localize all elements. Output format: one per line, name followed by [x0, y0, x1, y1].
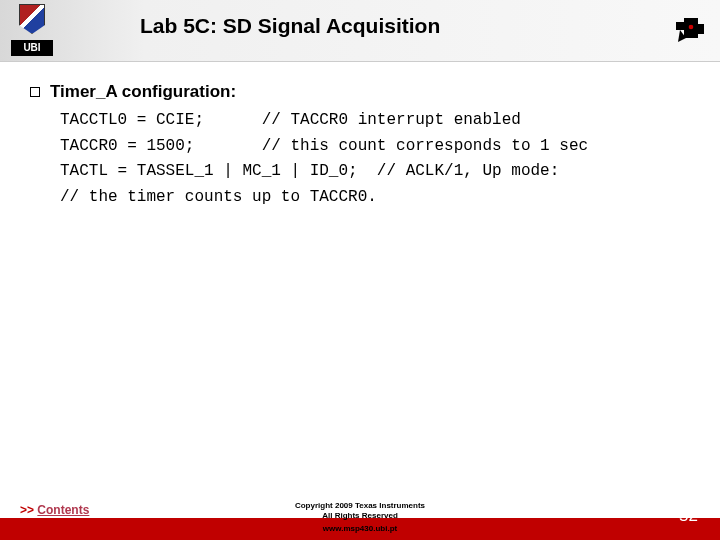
ubi-label: UBI — [11, 40, 53, 56]
slide-title: Lab 5C: SD Signal Acquisition — [140, 14, 440, 38]
texas-instruments-logo-icon — [672, 12, 712, 52]
arrows-icon: >> — [20, 503, 34, 517]
slide-content: Timer_A configuration: TACCTL0 = CCIE; /… — [0, 62, 720, 210]
contents-link-text[interactable]: Contents — [37, 503, 89, 517]
ubi-crest-icon — [13, 0, 51, 38]
copyright-line-1: Copyright 2009 Texas Instruments — [260, 501, 460, 511]
section-heading: Timer_A configuration: — [30, 82, 690, 102]
square-bullet-icon — [30, 87, 40, 97]
page-number: 52 — [679, 506, 698, 526]
section-heading-text: Timer_A configuration: — [50, 82, 236, 102]
copyright-line-2: All Rights Reserved — [260, 511, 460, 521]
svg-rect-2 — [694, 24, 704, 34]
slide-footer: >> Contents Copyright 2009 Texas Instrum… — [0, 495, 720, 540]
svg-point-3 — [689, 25, 694, 30]
slide-header: UBI Lab 5C: SD Signal Acquisition — [0, 0, 720, 62]
contents-link[interactable]: >> Contents — [20, 503, 89, 517]
site-url: www.msp430.ubi.pt — [260, 524, 460, 534]
copyright-box: Copyright 2009 Texas Instruments All Rig… — [260, 501, 460, 534]
code-block: TACCTL0 = CCIE; // TACCR0 interrupt enab… — [60, 108, 690, 210]
ubi-logo: UBI — [10, 0, 54, 62]
